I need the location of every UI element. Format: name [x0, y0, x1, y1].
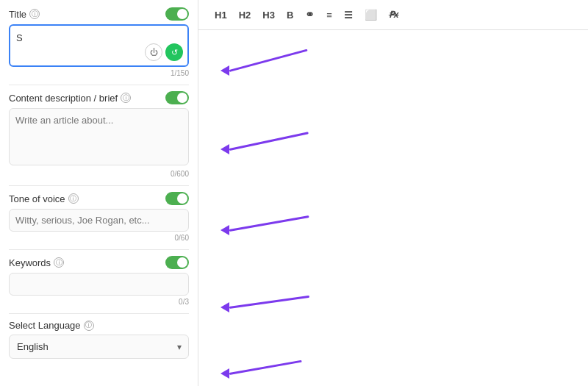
title-actions: ⏻ ↺	[145, 43, 183, 61]
content-description-label-row: Content description / brief ⓘ	[9, 91, 189, 104]
arrow-2-head	[220, 144, 229, 154]
arrow-1-head	[220, 65, 229, 76]
content-description-text: Content description / brief	[9, 93, 118, 104]
keywords-char-count: 0/3	[9, 298, 189, 306]
clear-format-button[interactable]: Ᵽx	[384, 7, 404, 22]
title-refresh-button[interactable]: ↺	[165, 43, 183, 61]
title-power-button[interactable]: ⏻	[145, 43, 162, 61]
arrow-5-head	[220, 368, 229, 379]
language-select-wrapper: English Spanish French German Italian Po…	[9, 335, 189, 359]
h3-button[interactable]: H3	[258, 7, 279, 23]
arrow-1	[220, 65, 310, 76]
bold-button[interactable]: B	[282, 7, 298, 23]
editor-area[interactable]	[198, 30, 588, 386]
tone-label-row: Tone of voice ⓘ	[9, 192, 189, 205]
language-label-row: Select Language ⓘ	[9, 320, 189, 331]
editor-toolbar: H1 H2 H3 B ⚭ ≡ ☰ ⬜ Ᵽx	[198, 0, 588, 30]
language-select[interactable]: English Spanish French German Italian Po…	[9, 335, 189, 359]
arrow-2-line	[229, 132, 309, 151]
arrow-4	[220, 302, 310, 312]
content-description-field: Content description / brief ⓘ 0/600	[9, 91, 189, 178]
tone-info-icon[interactable]: ⓘ	[68, 193, 79, 204]
link-button[interactable]: ⚭	[301, 6, 319, 24]
language-label: Select Language ⓘ	[9, 320, 94, 331]
tone-text: Tone of voice	[9, 193, 65, 204]
h2-button[interactable]: H2	[234, 7, 256, 23]
h1-button[interactable]: H1	[210, 7, 232, 23]
language-text: Select Language	[9, 320, 81, 331]
arrow-3	[220, 225, 310, 235]
arrow-5	[220, 368, 303, 379]
select-language-field: Select Language ⓘ English Spanish French…	[9, 320, 189, 359]
content-description-info-icon[interactable]: ⓘ	[121, 93, 131, 103]
content-description-label: Content description / brief ⓘ	[9, 93, 131, 104]
ordered-list-button[interactable]: ≡	[322, 7, 337, 23]
content-description-char-count: 0/600	[9, 170, 189, 178]
keywords-field: Keywords ⓘ 0/3	[9, 256, 189, 306]
tone-char-count: 0/60	[9, 234, 189, 242]
language-info-icon[interactable]: ⓘ	[84, 321, 94, 331]
tone-label: Tone of voice ⓘ	[9, 193, 79, 204]
tone-of-voice-field: Tone of voice ⓘ 0/60	[9, 192, 189, 242]
title-text: Title	[9, 9, 26, 20]
title-field: Title ⓘ ⏻ ↺ 1/150	[9, 7, 189, 77]
title-info-icon[interactable]: ⓘ	[29, 9, 40, 19]
arrow-3-head	[220, 225, 229, 235]
title-toggle[interactable]	[165, 7, 189, 21]
keywords-label-row: Keywords ⓘ	[9, 256, 189, 269]
keywords-label: Keywords ⓘ	[9, 257, 64, 268]
keywords-toggle[interactable]	[165, 256, 189, 269]
arrow-1-line	[229, 49, 308, 71]
keywords-info-icon[interactable]: ⓘ	[54, 257, 64, 268]
keywords-text: Keywords	[9, 257, 51, 268]
divider-3	[9, 249, 189, 250]
arrow-4-line	[229, 295, 309, 308]
right-panel: H1 H2 H3 B ⚭ ≡ ☰ ⬜ Ᵽx	[198, 0, 588, 386]
arrow-3-line	[229, 215, 309, 231]
arrow-4-head	[220, 302, 229, 312]
title-input-wrapper: ⏻ ↺	[9, 24, 189, 67]
image-button[interactable]: ⬜	[360, 7, 381, 23]
power-icon: ⏻	[150, 48, 158, 57]
unordered-list-button[interactable]: ☰	[340, 7, 357, 23]
title-label: Title ⓘ	[9, 9, 40, 20]
content-description-input[interactable]	[9, 108, 189, 165]
arrow-2	[220, 144, 310, 154]
title-label-row: Title ⓘ	[9, 7, 189, 21]
divider-1	[9, 85, 189, 85]
content-description-toggle[interactable]	[165, 91, 189, 104]
divider-2	[9, 185, 189, 186]
keywords-input[interactable]	[9, 273, 189, 296]
tone-toggle[interactable]	[165, 192, 189, 205]
divider-4	[9, 313, 189, 314]
left-panel: Title ⓘ ⏻ ↺ 1/150 Content description / …	[0, 0, 198, 386]
title-char-count: 1/150	[9, 69, 189, 77]
refresh-icon: ↺	[171, 48, 178, 57]
tone-input[interactable]	[9, 209, 189, 232]
arrow-5-line	[229, 360, 302, 374]
title-input[interactable]	[16, 30, 182, 45]
